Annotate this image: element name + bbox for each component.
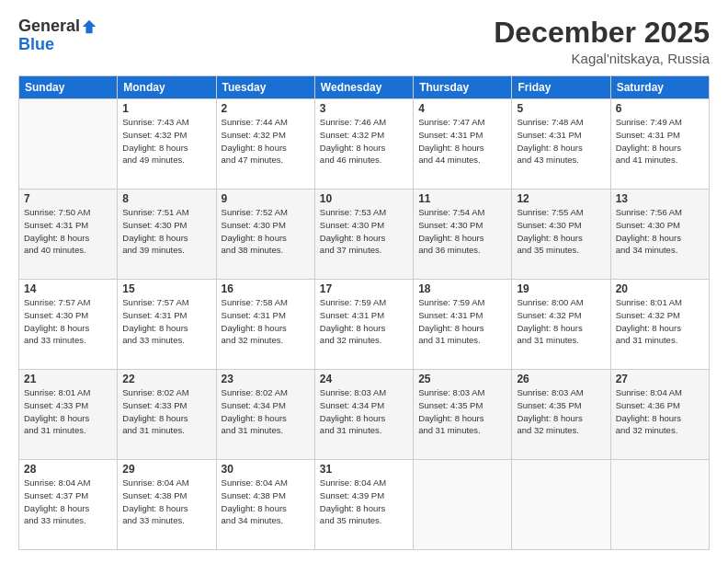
- day-cell: 11Sunrise: 7:54 AMSunset: 4:30 PMDayligh…: [414, 190, 512, 280]
- day-info: Sunrise: 7:52 AMSunset: 4:30 PMDaylight:…: [222, 206, 310, 257]
- day-cell: 22Sunrise: 8:02 AMSunset: 4:33 PMDayligh…: [118, 370, 216, 460]
- day-cell: 27Sunrise: 8:04 AMSunset: 4:36 PMDayligh…: [610, 370, 709, 460]
- day-cell: 31Sunrise: 8:04 AMSunset: 4:39 PMDayligh…: [314, 460, 413, 550]
- day-info: Sunrise: 7:46 AMSunset: 4:32 PMDaylight:…: [320, 116, 408, 167]
- day-info: Sunrise: 8:00 AMSunset: 4:32 PMDaylight:…: [517, 296, 605, 347]
- day-number: 26: [517, 373, 605, 385]
- day-cell: 13Sunrise: 7:56 AMSunset: 4:30 PMDayligh…: [610, 190, 709, 280]
- day-info: Sunrise: 8:04 AMSunset: 4:36 PMDaylight:…: [616, 386, 704, 437]
- day-number: 9: [222, 192, 310, 205]
- day-info: Sunrise: 7:51 AMSunset: 4:30 PMDaylight:…: [122, 206, 210, 257]
- day-cell: 26Sunrise: 8:03 AMSunset: 4:35 PMDayligh…: [512, 370, 610, 460]
- day-info: Sunrise: 7:53 AMSunset: 4:30 PMDaylight:…: [320, 206, 408, 257]
- day-cell: [414, 460, 512, 550]
- day-number: 1: [122, 102, 210, 115]
- day-number: 27: [616, 373, 704, 385]
- day-number: 17: [320, 282, 408, 295]
- day-info: Sunrise: 8:01 AMSunset: 4:33 PMDaylight:…: [24, 386, 112, 437]
- week-row-3: 14Sunrise: 7:57 AMSunset: 4:30 PMDayligh…: [19, 280, 710, 370]
- day-number: 7: [24, 192, 112, 205]
- day-info: Sunrise: 7:57 AMSunset: 4:30 PMDaylight:…: [24, 296, 112, 347]
- day-number: 6: [616, 102, 704, 115]
- weekday-header-friday: Friday: [512, 76, 610, 99]
- day-info: Sunrise: 7:56 AMSunset: 4:30 PMDaylight:…: [616, 206, 704, 257]
- day-number: 4: [418, 102, 506, 115]
- day-cell: 17Sunrise: 7:59 AMSunset: 4:31 PMDayligh…: [314, 280, 413, 370]
- day-cell: 4Sunrise: 7:47 AMSunset: 4:31 PMDaylight…: [414, 99, 512, 190]
- day-cell: 7Sunrise: 7:50 AMSunset: 4:31 PMDaylight…: [19, 190, 118, 280]
- week-row-1: 1Sunrise: 7:43 AMSunset: 4:32 PMDaylight…: [19, 99, 710, 190]
- day-info: Sunrise: 8:04 AMSunset: 4:38 PMDaylight:…: [122, 477, 210, 527]
- day-info: Sunrise: 7:59 AMSunset: 4:31 PMDaylight:…: [320, 296, 408, 347]
- day-number: 22: [122, 373, 210, 385]
- day-number: 29: [122, 463, 210, 476]
- day-info: Sunrise: 7:55 AMSunset: 4:30 PMDaylight:…: [517, 206, 605, 257]
- logo-blue-text: Blue: [18, 36, 54, 52]
- month-title: December 2025: [494, 17, 710, 49]
- day-cell: 20Sunrise: 8:01 AMSunset: 4:32 PMDayligh…: [610, 280, 709, 370]
- week-row-5: 28Sunrise: 8:04 AMSunset: 4:37 PMDayligh…: [19, 460, 710, 550]
- day-number: 10: [320, 192, 408, 205]
- weekday-header-row: SundayMondayTuesdayWednesdayThursdayFrid…: [19, 76, 710, 99]
- day-number: 3: [320, 102, 408, 115]
- day-number: 8: [122, 192, 210, 205]
- day-info: Sunrise: 7:49 AMSunset: 4:31 PMDaylight:…: [616, 116, 704, 167]
- day-cell: 5Sunrise: 7:48 AMSunset: 4:31 PMDaylight…: [512, 99, 610, 190]
- day-number: 11: [418, 192, 506, 205]
- day-info: Sunrise: 7:58 AMSunset: 4:31 PMDaylight:…: [222, 296, 310, 347]
- day-cell: [19, 99, 118, 190]
- day-cell: [512, 460, 610, 550]
- calendar-header: SundayMondayTuesdayWednesdayThursdayFrid…: [19, 76, 710, 99]
- day-number: 30: [222, 463, 310, 476]
- day-number: 2: [222, 102, 310, 115]
- weekday-header-wednesday: Wednesday: [314, 76, 413, 99]
- day-number: 25: [418, 373, 506, 385]
- day-cell: 18Sunrise: 7:59 AMSunset: 4:31 PMDayligh…: [414, 280, 512, 370]
- day-number: 28: [24, 463, 112, 476]
- logo-general-text: General: [18, 17, 80, 36]
- day-cell: 16Sunrise: 7:58 AMSunset: 4:31 PMDayligh…: [216, 280, 314, 370]
- day-number: 13: [616, 192, 704, 205]
- day-number: 16: [222, 282, 310, 295]
- day-cell: 10Sunrise: 7:53 AMSunset: 4:30 PMDayligh…: [314, 190, 413, 280]
- day-info: Sunrise: 7:47 AMSunset: 4:31 PMDaylight:…: [418, 116, 506, 167]
- day-cell: 6Sunrise: 7:49 AMSunset: 4:31 PMDaylight…: [610, 99, 709, 190]
- day-cell: 8Sunrise: 7:51 AMSunset: 4:30 PMDaylight…: [118, 190, 216, 280]
- day-cell: 24Sunrise: 8:03 AMSunset: 4:34 PMDayligh…: [314, 370, 413, 460]
- svg-marker-0: [83, 19, 96, 32]
- day-number: 31: [320, 463, 408, 476]
- day-cell: [610, 460, 709, 550]
- day-info: Sunrise: 7:48 AMSunset: 4:31 PMDaylight:…: [517, 116, 605, 167]
- day-info: Sunrise: 7:54 AMSunset: 4:30 PMDaylight:…: [418, 206, 506, 257]
- day-info: Sunrise: 8:02 AMSunset: 4:34 PMDaylight:…: [222, 386, 310, 437]
- weekday-header-saturday: Saturday: [610, 76, 709, 99]
- day-cell: 25Sunrise: 8:03 AMSunset: 4:35 PMDayligh…: [414, 370, 512, 460]
- weekday-header-monday: Monday: [118, 76, 216, 99]
- day-info: Sunrise: 8:04 AMSunset: 4:39 PMDaylight:…: [320, 477, 408, 527]
- day-info: Sunrise: 8:03 AMSunset: 4:34 PMDaylight:…: [320, 386, 408, 437]
- day-info: Sunrise: 7:43 AMSunset: 4:32 PMDaylight:…: [122, 116, 210, 167]
- day-number: 18: [418, 282, 506, 295]
- day-cell: 19Sunrise: 8:00 AMSunset: 4:32 PMDayligh…: [512, 280, 610, 370]
- day-cell: 14Sunrise: 7:57 AMSunset: 4:30 PMDayligh…: [19, 280, 118, 370]
- day-cell: 1Sunrise: 7:43 AMSunset: 4:32 PMDaylight…: [118, 99, 216, 190]
- day-cell: 21Sunrise: 8:01 AMSunset: 4:33 PMDayligh…: [19, 370, 118, 460]
- title-block: December 2025 Kagal'nitskaya, Russia: [494, 17, 710, 66]
- location: Kagal'nitskaya, Russia: [494, 51, 710, 66]
- day-info: Sunrise: 7:59 AMSunset: 4:31 PMDaylight:…: [418, 296, 506, 347]
- day-info: Sunrise: 8:03 AMSunset: 4:35 PMDaylight:…: [418, 386, 506, 437]
- day-cell: 28Sunrise: 8:04 AMSunset: 4:37 PMDayligh…: [19, 460, 118, 550]
- calendar-body: 1Sunrise: 7:43 AMSunset: 4:32 PMDaylight…: [19, 99, 710, 550]
- day-number: 20: [616, 282, 704, 295]
- day-cell: 29Sunrise: 8:04 AMSunset: 4:38 PMDayligh…: [118, 460, 216, 550]
- day-number: 14: [24, 282, 112, 295]
- day-cell: 23Sunrise: 8:02 AMSunset: 4:34 PMDayligh…: [216, 370, 314, 460]
- day-number: 24: [320, 373, 408, 385]
- page: General Blue December 2025 Kagal'nitskay…: [0, 0, 728, 563]
- day-info: Sunrise: 7:44 AMSunset: 4:32 PMDaylight:…: [222, 116, 310, 167]
- day-cell: 2Sunrise: 7:44 AMSunset: 4:32 PMDaylight…: [216, 99, 314, 190]
- day-info: Sunrise: 8:04 AMSunset: 4:37 PMDaylight:…: [24, 477, 112, 527]
- day-number: 12: [517, 192, 605, 205]
- day-number: 19: [517, 282, 605, 295]
- day-info: Sunrise: 7:57 AMSunset: 4:31 PMDaylight:…: [122, 296, 210, 347]
